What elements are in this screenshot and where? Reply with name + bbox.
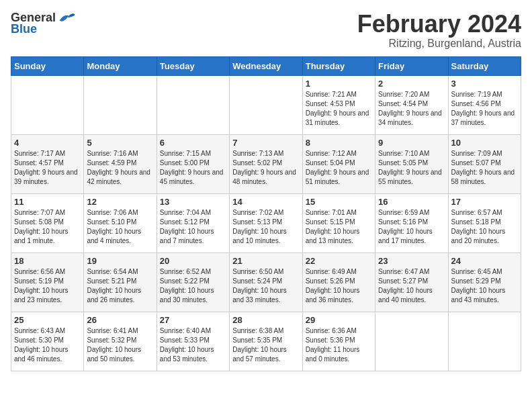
day-info: Sunrise: 7:15 AMSunset: 5:00 PMDaylight:… [160,149,226,187]
calendar-cell: 21Sunrise: 6:50 AMSunset: 5:24 PMDayligh… [230,253,302,312]
calendar-cell: 14Sunrise: 7:02 AMSunset: 5:13 PMDayligh… [230,193,302,253]
day-info: Sunrise: 6:38 AMSunset: 5:35 PMDaylight:… [232,326,299,364]
day-number: 26 [87,315,153,325]
calendar-cell: 9Sunrise: 7:10 AMSunset: 5:05 PMDaylight… [375,134,448,193]
week-row-2: 4Sunrise: 7:17 AMSunset: 4:57 PMDaylight… [11,134,521,193]
day-info: Sunrise: 6:49 AMSunset: 5:26 PMDaylight:… [306,267,372,305]
day-info: Sunrise: 7:19 AMSunset: 4:56 PMDaylight:… [451,90,518,128]
logo-blue-text: Blue [11,23,37,36]
day-number: 12 [87,197,153,207]
calendar-cell: 16Sunrise: 6:59 AMSunset: 5:16 PMDayligh… [375,193,448,253]
day-number: 29 [306,315,372,325]
day-number: 4 [14,138,81,148]
day-number: 6 [160,138,226,148]
calendar-cell: 3Sunrise: 7:19 AMSunset: 4:56 PMDaylight… [448,75,521,134]
day-number: 22 [306,256,372,266]
day-number: 23 [378,256,445,266]
day-info: Sunrise: 6:41 AMSunset: 5:32 PMDaylight:… [87,326,153,364]
calendar-cell: 1Sunrise: 7:21 AMSunset: 4:53 PMDaylight… [302,75,375,134]
day-number: 19 [87,256,153,266]
day-number: 1 [306,79,372,89]
day-number: 20 [160,256,226,266]
day-number: 2 [378,79,445,89]
calendar-cell: 17Sunrise: 6:57 AMSunset: 5:18 PMDayligh… [448,193,521,253]
week-row-5: 25Sunrise: 6:43 AMSunset: 5:30 PMDayligh… [11,312,521,371]
calendar-cell: 13Sunrise: 7:04 AMSunset: 5:12 PMDayligh… [157,193,229,253]
header-sunday: Sunday [11,56,84,75]
calendar-cell: 27Sunrise: 6:40 AMSunset: 5:33 PMDayligh… [157,312,229,371]
day-info: Sunrise: 7:16 AMSunset: 4:59 PMDaylight:… [87,149,153,187]
calendar-cell: 7Sunrise: 7:13 AMSunset: 5:02 PMDaylight… [230,134,302,193]
calendar-header-row: SundayMondayTuesdayWednesdayThursdayFrid… [11,56,521,75]
calendar-cell [84,75,157,134]
day-info: Sunrise: 7:04 AMSunset: 5:12 PMDaylight:… [160,208,226,246]
header-saturday: Saturday [448,56,521,75]
day-info: Sunrise: 7:01 AMSunset: 5:15 PMDaylight:… [306,208,372,246]
calendar-cell [11,75,84,134]
day-info: Sunrise: 7:02 AMSunset: 5:13 PMDaylight:… [232,208,299,246]
week-row-4: 18Sunrise: 6:56 AMSunset: 5:19 PMDayligh… [11,253,521,312]
calendar-cell: 20Sunrise: 6:52 AMSunset: 5:22 PMDayligh… [157,253,229,312]
location-subtitle: Ritzing, Burgenland, Austria [357,38,521,50]
day-info: Sunrise: 6:45 AMSunset: 5:29 PMDaylight:… [451,267,518,305]
header-tuesday: Tuesday [157,56,229,75]
day-info: Sunrise: 7:20 AMSunset: 4:54 PMDaylight:… [378,90,445,128]
header-monday: Monday [84,56,157,75]
calendar-cell [157,75,229,134]
day-number: 27 [160,315,226,325]
header-wednesday: Wednesday [230,56,302,75]
day-number: 28 [232,315,299,325]
day-number: 13 [160,197,226,207]
title-block: February 2024 Ritzing, Burgenland, Austr… [357,11,521,50]
header-thursday: Thursday [302,56,375,75]
day-number: 25 [14,315,81,325]
calendar-cell: 11Sunrise: 7:07 AMSunset: 5:08 PMDayligh… [11,193,84,253]
calendar-cell: 10Sunrise: 7:09 AMSunset: 5:07 PMDayligh… [448,134,521,193]
logo: General Blue [11,11,76,36]
day-info: Sunrise: 7:17 AMSunset: 4:57 PMDaylight:… [14,149,81,187]
calendar-cell [230,75,302,134]
day-info: Sunrise: 7:09 AMSunset: 5:07 PMDaylight:… [451,149,518,187]
day-number: 14 [232,197,299,207]
calendar-cell [448,312,521,371]
day-info: Sunrise: 7:12 AMSunset: 5:04 PMDaylight:… [306,149,372,187]
calendar-cell [375,312,448,371]
calendar-cell: 12Sunrise: 7:06 AMSunset: 5:10 PMDayligh… [84,193,157,253]
day-info: Sunrise: 6:59 AMSunset: 5:16 PMDaylight:… [378,208,445,246]
day-info: Sunrise: 7:06 AMSunset: 5:10 PMDaylight:… [87,208,153,246]
calendar-cell: 8Sunrise: 7:12 AMSunset: 5:04 PMDaylight… [302,134,375,193]
day-number: 17 [451,197,518,207]
day-info: Sunrise: 6:36 AMSunset: 5:36 PMDaylight:… [306,326,372,364]
day-number: 8 [306,138,372,148]
calendar-cell: 2Sunrise: 7:20 AMSunset: 4:54 PMDaylight… [375,75,448,134]
calendar-table: SundayMondayTuesdayWednesdayThursdayFrid… [11,56,521,371]
calendar-cell: 18Sunrise: 6:56 AMSunset: 5:19 PMDayligh… [11,253,84,312]
calendar-cell: 24Sunrise: 6:45 AMSunset: 5:29 PMDayligh… [448,253,521,312]
day-number: 3 [451,79,518,89]
day-number: 10 [451,138,518,148]
week-row-1: 1Sunrise: 7:21 AMSunset: 4:53 PMDaylight… [11,75,521,134]
month-title: February 2024 [357,11,521,38]
day-info: Sunrise: 6:56 AMSunset: 5:19 PMDaylight:… [14,267,81,305]
day-info: Sunrise: 6:50 AMSunset: 5:24 PMDaylight:… [232,267,299,305]
day-info: Sunrise: 6:40 AMSunset: 5:33 PMDaylight:… [160,326,226,364]
day-info: Sunrise: 7:10 AMSunset: 5:05 PMDaylight:… [378,149,445,187]
day-info: Sunrise: 7:13 AMSunset: 5:02 PMDaylight:… [232,149,299,187]
day-number: 7 [232,138,299,148]
day-info: Sunrise: 7:07 AMSunset: 5:08 PMDaylight:… [14,208,81,246]
day-number: 9 [378,138,445,148]
calendar-cell: 15Sunrise: 7:01 AMSunset: 5:15 PMDayligh… [302,193,375,253]
calendar-cell: 23Sunrise: 6:47 AMSunset: 5:27 PMDayligh… [375,253,448,312]
day-number: 21 [232,256,299,266]
calendar-cell: 25Sunrise: 6:43 AMSunset: 5:30 PMDayligh… [11,312,84,371]
calendar-cell: 5Sunrise: 7:16 AMSunset: 4:59 PMDaylight… [84,134,157,193]
calendar-cell: 4Sunrise: 7:17 AMSunset: 4:57 PMDaylight… [11,134,84,193]
day-number: 24 [451,256,518,266]
day-number: 5 [87,138,153,148]
calendar-cell: 19Sunrise: 6:54 AMSunset: 5:21 PMDayligh… [84,253,157,312]
day-number: 18 [14,256,81,266]
calendar-cell: 28Sunrise: 6:38 AMSunset: 5:35 PMDayligh… [230,312,302,371]
calendar-cell: 22Sunrise: 6:49 AMSunset: 5:26 PMDayligh… [302,253,375,312]
day-info: Sunrise: 6:47 AMSunset: 5:27 PMDaylight:… [378,267,445,305]
day-number: 15 [306,197,372,207]
